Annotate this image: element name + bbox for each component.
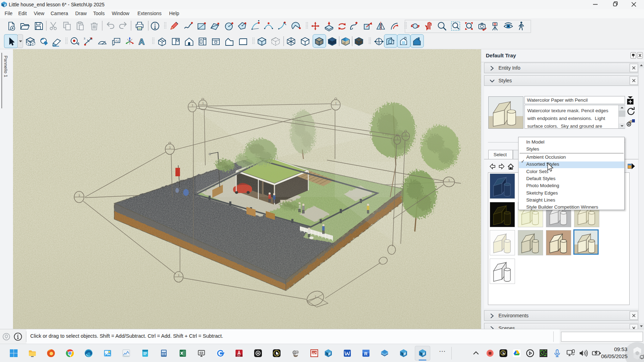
svg-text:R: R: [364, 351, 368, 356]
svg-text:A-S: A-S: [377, 42, 380, 44]
svg-text:C: C: [378, 39, 380, 41]
svg-text:A: A: [139, 37, 144, 46]
svg-text:CAD: CAD: [237, 355, 240, 357]
svg-text:3: 3: [84, 37, 85, 40]
svg-text:A1: A1: [115, 39, 119, 43]
